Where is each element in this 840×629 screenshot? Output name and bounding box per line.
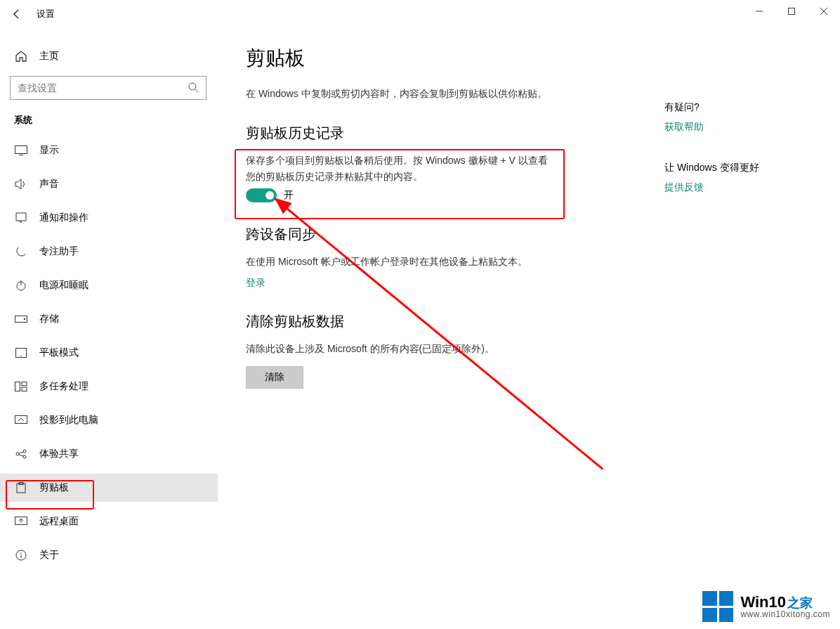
history-toggle-label: 开 [284,189,294,202]
svg-point-4 [189,83,196,90]
sidebar-item-clipboard[interactable]: 剪贴板 [0,474,218,502]
sidebar-item-label: 关于 [39,549,59,562]
remote-icon [14,517,28,526]
clear-text: 清除此设备上涉及 Microsoft 的所有内容(已固定项除外)。 [246,341,611,356]
watermark-url: www.win10xitong.com [740,610,830,619]
sidebar-item-shared[interactable]: 体验共享 [0,440,218,468]
history-toggle[interactable] [246,188,277,202]
home-icon [14,50,28,63]
back-button[interactable] [0,0,34,28]
home-label: 主页 [39,50,59,63]
about-icon [14,550,28,561]
svg-rect-15 [15,382,20,391]
sidebar-item-label: 体验共享 [39,448,79,460]
maximize-button[interactable] [775,0,808,22]
watermark: Win10之家 www.win10xitong.com [702,591,830,622]
svg-line-23 [19,455,23,456]
sidebar: 主页 系统 显示 声音 通知和操作 专注助手 [0,28,218,629]
home-button[interactable]: 主页 [0,42,218,70]
tablet-icon [14,348,28,358]
project-icon [14,415,28,425]
clear-button[interactable]: 清除 [246,366,303,389]
sidebar-item-label: 显示 [39,144,59,157]
close-button[interactable] [808,0,840,22]
shared-icon [14,449,28,459]
make-better-label: 让 Windows 变得更好 [664,162,812,174]
sync-signin-link[interactable]: 登录 [246,277,265,288]
section-label: 系统 [0,111,218,134]
watermark-logo-icon [702,591,733,622]
svg-point-14 [20,356,22,357]
sidebar-item-label: 多任务处理 [39,380,88,393]
svg-rect-16 [22,382,27,386]
svg-rect-18 [15,416,27,424]
svg-point-20 [23,450,26,453]
sidebar-item-label: 声音 [39,178,59,190]
notifications-icon [14,212,28,223]
focus-assist-icon [14,246,28,257]
sidebar-item-label: 投影到此电脑 [39,414,98,427]
sync-heading: 跨设备同步 [246,225,812,244]
svg-rect-6 [15,146,27,154]
sidebar-item-tablet[interactable]: 平板模式 [0,339,218,367]
sync-text: 在使用 Microsoft 帐户或工作帐户登录时在其他设备上粘贴文本。 [246,254,611,269]
window-title: 设置 [37,8,55,20]
intro-text: 在 Windows 中复制或剪切内容时，内容会复制到剪贴板以供你粘贴。 [246,86,611,101]
watermark-brand: Win10 [740,593,786,611]
sidebar-item-about[interactable]: 关于 [0,541,218,569]
sidebar-item-label: 存储 [39,313,59,325]
back-arrow-icon [11,8,22,20]
svg-rect-8 [16,213,26,221]
display-icon [14,145,28,155]
search-input[interactable] [18,82,188,93]
sound-icon [14,179,28,190]
sidebar-item-power[interactable]: 电源和睡眠 [0,271,218,299]
svg-point-12 [24,318,25,320]
titlebar: 设置 [0,0,840,28]
feedback-link[interactable]: 提供反馈 [664,181,704,193]
close-icon [820,8,827,15]
sidebar-item-storage[interactable]: 存储 [0,305,218,333]
sidebar-item-sound[interactable]: 声音 [0,170,218,198]
svg-rect-1 [789,8,795,15]
watermark-brand-accent: 之家 [787,596,813,610]
sidebar-item-remote[interactable]: 远程桌面 [0,507,218,536]
multitask-icon [14,382,28,391]
storage-icon [14,316,28,323]
clear-heading: 清除剪贴板数据 [246,312,812,331]
page-title: 剪贴板 [246,45,812,72]
search-icon [188,82,199,95]
get-help-link[interactable]: 获取帮助 [664,121,812,134]
history-text: 保存多个项目到剪贴板以备稍后使用。按 Windows 徽标键 + V 以查看您的… [246,153,555,184]
sidebar-item-label: 平板模式 [39,346,79,359]
sidebar-item-label: 专注助手 [39,245,79,258]
sidebar-item-focus-assist[interactable]: 专注助手 [0,238,218,266]
search-box[interactable] [10,76,206,100]
sidebar-item-label: 电源和睡眠 [39,279,88,292]
sidebar-item-label: 远程桌面 [39,515,79,528]
have-question-label: 有疑问? [664,101,812,114]
right-panel: 有疑问? 获取帮助 让 Windows 变得更好 提供反馈 [664,101,812,194]
sidebar-item-multitask[interactable]: 多任务处理 [0,372,218,401]
sidebar-item-label: 剪贴板 [39,481,69,494]
svg-point-28 [20,552,22,554]
sidebar-item-project[interactable]: 投影到此电脑 [0,406,218,434]
clipboard-icon [14,482,28,493]
svg-line-22 [19,452,23,453]
power-icon [14,280,28,291]
minimize-button[interactable] [743,0,775,22]
svg-rect-17 [22,387,27,391]
svg-point-21 [23,455,26,458]
svg-point-19 [16,453,19,455]
sidebar-item-display[interactable]: 显示 [0,136,218,164]
minimize-icon [756,8,763,15]
window-controls [743,0,840,22]
svg-line-5 [195,89,198,92]
maximize-icon [788,8,795,15]
sidebar-item-notifications[interactable]: 通知和操作 [0,204,218,232]
content-area: 剪贴板 在 Windows 中复制或剪切内容时，内容会复制到剪贴板以供你粘贴。 … [218,28,840,629]
sidebar-item-label: 通知和操作 [39,212,88,224]
nav-list: 显示 声音 通知和操作 专注助手 电源和睡眠 存储 [0,136,218,569]
